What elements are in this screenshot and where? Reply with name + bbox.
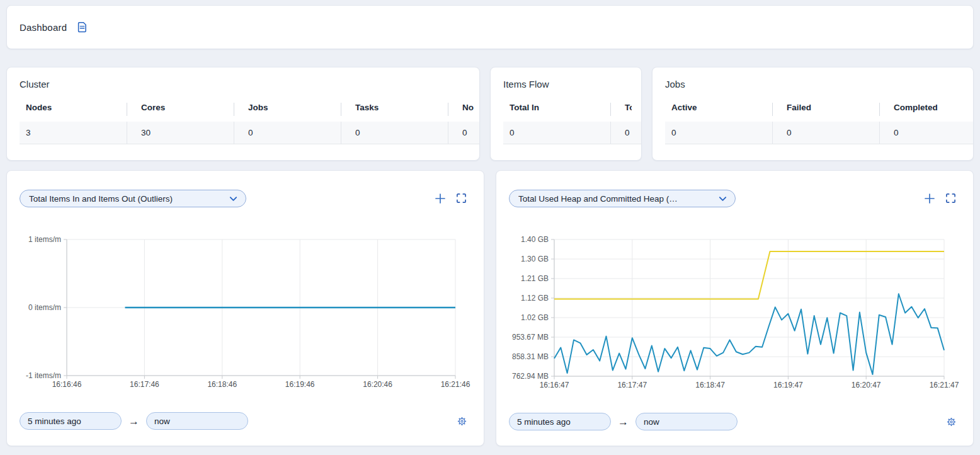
panel-header: Total Items In and Items Out (Outliers)	[20, 190, 469, 207]
metric-selector-label: Total Items In and Items Out (Outliers)	[29, 194, 173, 204]
items-flow-table-row: 0 0	[503, 122, 641, 144]
x-tick: 16:16:47	[540, 381, 569, 389]
y-tick: 762.94 MB	[512, 372, 549, 381]
stat-value: 0	[503, 122, 610, 144]
x-tick: 16:18:46	[207, 380, 237, 389]
stat-value: 0	[772, 122, 879, 144]
time-range-controls: →	[509, 413, 958, 430]
time-to-input[interactable]	[635, 413, 738, 430]
charts-row: Total Items In and Items Out (Outliers)	[6, 170, 974, 446]
page-header: Dashboard	[6, 5, 974, 49]
column-header: Failed	[772, 103, 879, 116]
panel-header: Total Used Heap and Committed Heap (…	[509, 190, 958, 207]
stat-value: 3	[20, 122, 127, 144]
cluster-card-title: Cluster	[20, 79, 479, 89]
x-tick: 16:21:46	[441, 380, 470, 389]
y-tick: 953.67 MB	[512, 333, 549, 342]
plus-icon	[924, 193, 935, 204]
column-header: Jobs	[234, 103, 341, 116]
stat-value: 0	[665, 122, 772, 144]
time-range-controls: →	[20, 412, 469, 430]
cluster-table-row: 3 30 0 0 0	[20, 122, 479, 144]
heap-line-chart	[554, 239, 944, 376]
fullscreen-icon	[945, 193, 956, 204]
stat-value: 0	[448, 122, 476, 144]
column-header: No	[448, 103, 476, 116]
chart-area: 1 items/m 0 items/m -1 items/m 16:16:46 …	[20, 239, 469, 392]
plus-icon	[435, 193, 446, 204]
jobs-table-row: 0 0 0	[665, 122, 973, 144]
column-header: Active	[665, 103, 772, 116]
stat-value: 30	[127, 122, 234, 144]
y-tick: 1.12 GB	[521, 294, 549, 302]
fullscreen-button[interactable]	[456, 193, 467, 204]
x-tick: 16:17:46	[130, 380, 159, 389]
column-header: Total Out	[610, 103, 632, 116]
settings-gear-button[interactable]	[457, 416, 467, 427]
settings-gear-button[interactable]	[946, 417, 957, 427]
cluster-table-header: Nodes Cores Jobs Tasks No	[20, 103, 479, 122]
stat-value: 0	[879, 122, 955, 144]
column-header: Tasks	[341, 103, 448, 116]
column-header: Total In	[503, 103, 610, 116]
jobs-table-header: Active Failed Completed	[665, 103, 973, 122]
arrow-right-icon: →	[128, 416, 139, 427]
column-header: Nodes	[20, 103, 127, 116]
y-tick: 0 items/m	[28, 303, 61, 312]
chevron-down-icon	[229, 194, 238, 204]
x-tick: 16:18:47	[695, 381, 725, 389]
plot-area: 16:16:47 16:17:47 16:18:47 16:19:47 16:2…	[554, 239, 944, 393]
stats-row: Cluster Nodes Cores Jobs Tasks No 3 30 0…	[6, 67, 974, 161]
y-axis-labels: 1.40 GB 1.30 GB 1.21 GB 1.12 GB 1.02 GB …	[509, 239, 554, 376]
metric-selector-label: Total Used Heap and Committed Heap (…	[518, 194, 678, 204]
arrow-right-icon: →	[618, 417, 629, 427]
panel-actions	[924, 193, 957, 204]
x-tick: 16:19:47	[773, 381, 803, 389]
time-from-input[interactable]	[20, 412, 122, 430]
add-chart-button[interactable]	[924, 193, 935, 204]
gear-icon	[946, 417, 957, 427]
gear-icon	[457, 416, 467, 427]
y-tick: 1.30 GB	[521, 255, 549, 263]
x-axis-labels: 16:16:47 16:17:47 16:18:47 16:19:47 16:2…	[554, 376, 944, 393]
y-tick: -1 items/m	[26, 371, 61, 380]
y-tick: 858.31 MB	[512, 352, 549, 361]
jobs-card-title: Jobs	[665, 79, 973, 89]
dashboard-page: Dashboard Cluster Nodes Cores Jobs Tasks…	[0, 0, 980, 451]
time-from-input[interactable]	[509, 413, 611, 430]
x-axis-labels: 16:16:46 16:17:46 16:18:46 16:19:46 16:2…	[67, 376, 455, 392]
jobs-card: Jobs Active Failed Completed 0 0 0	[652, 67, 974, 161]
metric-selector-dropdown[interactable]: Total Used Heap and Committed Heap (…	[509, 190, 736, 207]
x-tick: 16:20:46	[363, 380, 392, 389]
fullscreen-icon	[456, 193, 467, 204]
x-tick: 16:21:47	[930, 381, 959, 389]
items-flow-card: Items Flow Total In Total Out 0 0	[490, 67, 642, 161]
page-title: Dashboard	[20, 22, 67, 33]
y-tick: 1.21 GB	[521, 274, 549, 283]
fullscreen-button[interactable]	[945, 193, 957, 204]
stat-value: 0	[341, 122, 448, 144]
items-line-chart	[67, 239, 455, 376]
stat-value: 0	[610, 122, 632, 144]
add-chart-button[interactable]	[435, 193, 446, 204]
cluster-card: Cluster Nodes Cores Jobs Tasks No 3 30 0…	[6, 67, 480, 161]
items-chart-panel: Total Items In and Items Out (Outliers)	[6, 170, 484, 446]
x-tick: 16:20:47	[852, 381, 881, 389]
x-tick: 16:16:46	[52, 380, 82, 389]
y-tick: 1 items/m	[28, 235, 61, 244]
y-tick: 1.02 GB	[521, 313, 549, 322]
heap-chart-panel: Total Used Heap and Committed Heap (…	[496, 170, 974, 446]
y-axis-labels: 1 items/m 0 items/m -1 items/m	[20, 239, 67, 376]
column-header: Completed	[879, 103, 955, 116]
items-flow-card-title: Items Flow	[503, 79, 641, 89]
x-tick: 16:17:47	[617, 381, 647, 389]
panel-actions	[435, 193, 467, 204]
x-tick: 16:19:46	[285, 380, 315, 389]
metric-selector-dropdown[interactable]: Total Items In and Items Out (Outliers)	[20, 190, 246, 207]
column-header: Cores	[127, 103, 234, 116]
chevron-down-icon	[718, 194, 727, 204]
document-icon[interactable]	[76, 21, 88, 33]
chart-area: 1.40 GB 1.30 GB 1.21 GB 1.12 GB 1.02 GB …	[509, 239, 958, 393]
time-to-input[interactable]	[146, 412, 248, 430]
stat-value: 0	[234, 122, 341, 144]
